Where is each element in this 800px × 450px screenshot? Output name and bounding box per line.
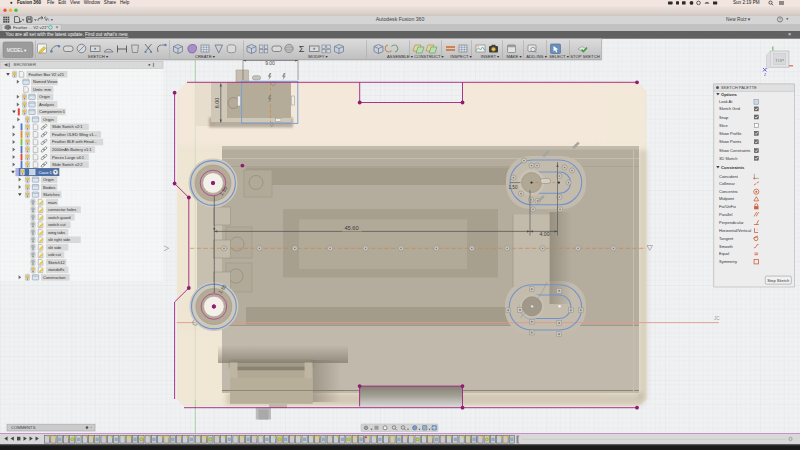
svg-text:● ❙: ● ❙ [148,62,155,67]
svg-text:Horizontal/Vertical: Horizontal/Vertical [719,228,751,233]
svg-text:Sun 2:19 PM: Sun 2:19 PM [733,0,760,5]
svg-text:Snap: Snap [719,115,729,120]
svg-text:Show Constraints: Show Constraints [719,148,750,153]
svg-text:Fusion 360: Fusion 360 [17,0,41,5]
svg-text:Smooth: Smooth [719,244,733,249]
svg-text:2000mAh Battery v1:1: 2000mAh Battery v1:1 [52,147,92,152]
svg-text:Origin: Origin [43,117,54,122]
svg-text:3D Sketch: 3D Sketch [719,156,737,161]
svg-text:Look At: Look At [719,99,733,104]
svg-text:File Edit View Window: File Edit View Window Share Help [47,0,130,5]
svg-text:CREATE ▾: CREATE ▾ [195,54,216,59]
svg-text:TOP: TOP [775,58,784,63]
svg-text:main: main [48,200,57,205]
svg-text:Units: mm: Units: mm [33,87,52,92]
svg-text:Concentric: Concentric [719,189,738,194]
svg-text:INSPECT ▾: INSPECT ▾ [450,54,472,59]
svg-text:Coincident: Coincident [719,174,739,179]
svg-text:Bodies: Bodies [43,185,55,190]
svg-text:45.60: 45.60 [345,225,359,231]
svg-text:Tangent: Tangent [719,236,734,241]
svg-text:wing tabs: wing tabs [48,230,65,235]
svg-text:switch cut: switch cut [48,222,66,227]
svg-text:You are all set with the lates: You are all set with the latest update. … [6,32,129,37]
svg-text:Σ: Σ [299,44,305,54]
svg-text:CONSTRUCT ▾: CONSTRUCT ▾ [414,54,444,59]
svg-text:1.50: 1.50 [509,185,518,190]
svg-text:Parallel: Parallel [719,212,732,217]
svg-text:Sketch12: Sketch12 [48,260,65,265]
svg-text:Slide Switch v2:2: Slide Switch v2:2 [52,162,83,167]
svg-text:Case:1: Case:1 [39,170,53,175]
svg-text:Construction: Construction [43,275,65,280]
svg-text:Symmetry: Symmetry [719,259,737,264]
svg-text:Feather BLE with Head...: Feather BLE with Head... [52,139,97,144]
svg-text:Named Views: Named Views [33,79,58,84]
svg-text:4.00: 4.00 [539,231,549,237]
svg-text:New Ruiz ▾: New Ruiz ▾ [726,17,751,22]
svg-text:STOP SKETCH: STOP SKETCH [570,54,599,59]
svg-text:Equal: Equal [719,251,729,256]
svg-text:usb cut: usb cut [48,252,62,257]
svg-text:9.00: 9.00 [265,60,275,66]
svg-text:Components:1: Components:1 [39,109,66,114]
svg-text:Origin: Origin [39,94,50,99]
svg-text:Slide Switch v2:1: Slide Switch v2:1 [52,124,83,129]
svg-text:connector holes: connector holes [48,207,76,212]
svg-text:JC: JC [714,316,720,321]
svg-text:Feather Box V2 v21: Feather Box V2 v21 [29,72,65,77]
svg-text:slit side: slit side [48,245,62,250]
svg-text:Sketch Grid: Sketch Grid [719,106,740,111]
svg-text:switch guard: switch guard [48,215,70,220]
svg-text:×: × [56,24,59,30]
svg-text:standoffs: standoffs [48,267,64,272]
svg-text:ASSEMBLE ▾: ASSEMBLE ▾ [387,54,414,59]
svg-text:Stop Sketch: Stop Sketch [767,278,790,283]
svg-text:Origin: Origin [43,177,54,182]
svg-text:Show Profile: Show Profile [719,131,742,136]
svg-text:Analysis: Analysis [39,102,54,107]
svg-text:COMMENTS: COMMENTS [11,425,36,430]
svg-text:Perpendicular: Perpendicular [719,220,744,225]
svg-text:ADD-INS ▾: ADD-INS ▾ [526,54,547,59]
svg-text:Collinear: Collinear [719,181,735,186]
svg-text:MODIFY ▾: MODIFY ▾ [308,54,328,59]
svg-text:SKETCH PALETTE: SKETCH PALETTE [721,85,757,90]
svg-text:Feather ... V2 v21*: Feather ... V2 v21* [13,25,48,30]
svg-text:Show Points: Show Points [719,139,741,144]
svg-text:SELECT ▾: SELECT ▾ [549,54,569,59]
svg-text:6.00: 6.00 [214,98,220,109]
svg-text:Slice: Slice [719,123,728,128]
svg-text:MODEL ▾: MODEL ▾ [7,48,27,53]
svg-text:Midpoint: Midpoint [719,196,735,201]
svg-text:Options: Options [721,92,737,97]
svg-text:↕: ↕ [757,228,759,232]
svg-text:MAKE ▾: MAKE ▾ [506,54,522,59]
svg-text:Constraints: Constraints [721,165,745,170]
svg-text:×: × [788,31,791,37]
svg-text:Feather OLED Wing v1...: Feather OLED Wing v1... [52,132,97,137]
svg-text:Pieces Large v4:1: Pieces Large v4:1 [52,155,85,160]
svg-text:●: ● [10,0,13,5]
svg-text:INSERT ▾: INSERT ▾ [481,54,500,59]
svg-text:slit right side: slit right side [48,237,71,242]
svg-text:Fix/UnFix: Fix/UnFix [719,204,736,209]
svg-text:SKETCH ▾: SKETCH ▾ [88,54,109,59]
svg-text:Sketches: Sketches [43,192,59,197]
svg-text:Autodesk Fusion 360: Autodesk Fusion 360 [376,16,425,22]
